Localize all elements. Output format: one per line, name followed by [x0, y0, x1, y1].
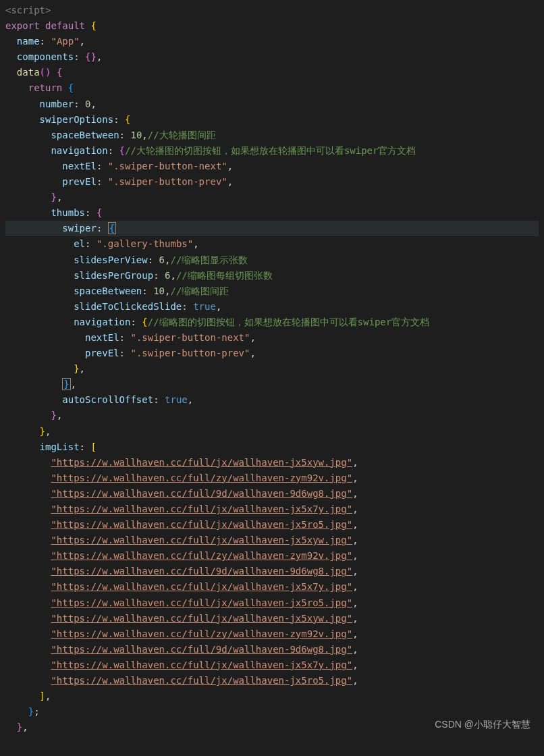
code-line: number: 0, [5, 97, 539, 112]
code-line: "https://w.wallhaven.cc/full/jx/wallhave… [5, 579, 539, 595]
code-line: "https://w.wallhaven.cc/full/jx/wallhave… [5, 673, 539, 688]
url-string: "https://w.wallhaven.cc/full/jx/wallhave… [51, 659, 352, 670]
code-line: "https://w.wallhaven.cc/full/zy/wallhave… [5, 470, 539, 486]
url-string: "https://w.wallhaven.cc/full/9d/wallhave… [51, 566, 352, 576]
code-line: "https://w.wallhaven.cc/full/9d/wallhave… [5, 486, 539, 502]
url-string: "https://w.wallhaven.cc/full/9d/wallhave… [51, 644, 352, 655]
code-line: <script> [5, 3, 539, 18]
code-line: thumbs: { [5, 205, 539, 221]
url-string: "https://w.wallhaven.cc/full/jx/wallhave… [51, 675, 352, 686]
code-line: swiperOptions: { [5, 112, 539, 128]
code-line: ], [5, 688, 539, 704]
code-line: }, [5, 377, 539, 392]
code-line: data() { [5, 65, 539, 80]
code-line: "https://w.wallhaven.cc/full/jx/wallhave… [5, 611, 539, 626]
code-line: }, [5, 424, 539, 439]
code-line: slideToClickedSlide: true, [5, 299, 539, 315]
url-string: "https://w.wallhaven.cc/full/jx/wallhave… [51, 504, 352, 514]
code-line: "https://w.wallhaven.cc/full/9d/wallhave… [5, 564, 539, 579]
code-line: "https://w.wallhaven.cc/full/9d/wallhave… [5, 642, 539, 657]
code-line: "https://w.wallhaven.cc/full/jx/wallhave… [5, 455, 539, 470]
code-line: prevEl: ".swiper-button-prev", [5, 346, 539, 361]
code-line: "https://w.wallhaven.cc/full/jx/wallhave… [5, 533, 539, 548]
code-line: }, [5, 190, 539, 205]
url-string: "https://w.wallhaven.cc/full/jx/wallhave… [51, 457, 352, 468]
code-line: "https://w.wallhaven.cc/full/jx/wallhave… [5, 657, 539, 673]
bracket-match: { [108, 222, 116, 234]
code-line: autoScrollOffset: true, [5, 392, 539, 408]
code-line: "https://w.wallhaven.cc/full/zy/wallhave… [5, 626, 539, 642]
code-line: slidesPerGroup: 6,//缩略图每组切图张数 [5, 268, 539, 284]
url-string: "https://w.wallhaven.cc/full/9d/wallhave… [51, 488, 352, 499]
code-line: "https://w.wallhaven.cc/full/zy/wallhave… [5, 548, 539, 564]
url-string: "https://w.wallhaven.cc/full/zy/wallhave… [51, 628, 352, 639]
url-string: "https://w.wallhaven.cc/full/jx/wallhave… [51, 519, 352, 530]
script-tag: <script> [5, 5, 51, 16]
watermark: CSDN @小聪仔大智慧 [435, 717, 531, 732]
code-line: "https://w.wallhaven.cc/full/jx/wallhave… [5, 517, 539, 533]
code-line: "https://w.wallhaven.cc/full/jx/wallhave… [5, 502, 539, 517]
code-line: return { [5, 80, 539, 96]
code-line: prevEl: ".swiper-button-prev", [5, 174, 539, 190]
code-line: nextEl: ".swiper-button-next", [5, 330, 539, 346]
code-line: imgList: [ [5, 439, 539, 455]
code-line: }, [5, 361, 539, 377]
code-line: spaceBetween: 10,//大轮播图间距 [5, 128, 539, 143]
code-line: el: ".gallery-thumbs", [5, 236, 539, 252]
url-string: "https://w.wallhaven.cc/full/jx/wallhave… [51, 581, 352, 592]
code-line: components: {}, [5, 49, 539, 65]
code-line: nextEl: ".swiper-button-next", [5, 159, 539, 174]
code-line: export default { [5, 18, 539, 34]
url-string: "https://w.wallhaven.cc/full/jx/wallhave… [51, 597, 352, 608]
url-string: "https://w.wallhaven.cc/full/zy/wallhave… [51, 550, 352, 561]
url-list: "https://w.wallhaven.cc/full/jx/wallhave… [5, 455, 539, 688]
code-line: }, [5, 408, 539, 423]
code-line-highlighted: swiper: { [5, 221, 539, 236]
code-line: spaceBetween: 10,//缩略图间距 [5, 284, 539, 299]
code-line: name: "App", [5, 34, 539, 49]
code-line: navigation: {//缩略图的切图按钮，如果想放在轮播图中可以看swip… [5, 315, 539, 330]
code-editor[interactable]: <script> export default { name: "App", c… [5, 3, 539, 735]
code-line: "https://w.wallhaven.cc/full/jx/wallhave… [5, 595, 539, 611]
url-string: "https://w.wallhaven.cc/full/jx/wallhave… [51, 613, 352, 624]
url-string: "https://w.wallhaven.cc/full/jx/wallhave… [51, 535, 352, 545]
bracket-match: } [62, 378, 70, 390]
code-line: slidesPerView: 6,//缩略图显示张数 [5, 252, 539, 268]
url-string: "https://w.wallhaven.cc/full/zy/wallhave… [51, 473, 352, 483]
code-line: navigation: {//大轮播图的切图按钮，如果想放在轮播图中可以看swi… [5, 143, 539, 159]
